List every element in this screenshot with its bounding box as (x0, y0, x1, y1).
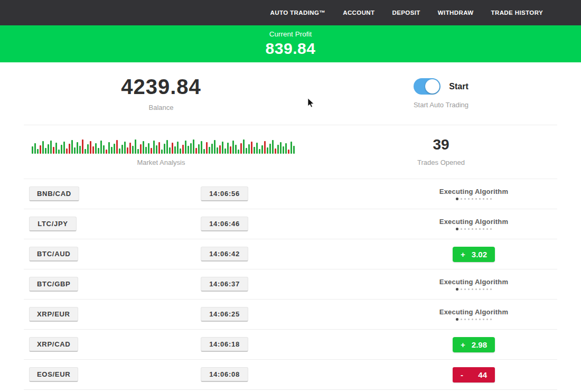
time-cell: 14:06:37 (140, 277, 309, 292)
market-bar (240, 143, 242, 154)
pair-chip[interactable]: EOS/EUR (29, 367, 78, 382)
pair-cell: EOS/EUR (24, 367, 140, 382)
pair-cell: XRP/EUR (24, 307, 140, 322)
nav-item-trade-history[interactable]: TRADE HISTORY (491, 10, 543, 16)
nav-item-withdraw[interactable]: WITHDRAW (438, 10, 474, 16)
market-analysis-block: Market Analysis (24, 125, 298, 179)
market-bar (174, 146, 176, 154)
status-executing: Executing Algorithm (439, 218, 508, 230)
progress-dot (464, 228, 466, 230)
market-bar (116, 140, 118, 154)
market-bar (269, 144, 271, 154)
market-bar (95, 143, 97, 154)
trade-row: BNB/CAD14:06:56Executing Algorithm (24, 179, 557, 209)
time-chip[interactable]: 14:06:18 (201, 337, 248, 352)
pair-chip[interactable]: XRP/CAD (29, 337, 78, 352)
top-nav: AUTO TRADING™ACCOUNTDEPOSITWITHDRAWTRADE… (0, 0, 581, 25)
progress-dot (490, 288, 492, 290)
toggle-sublabel: Start Auto Trading (414, 101, 468, 109)
pair-chip[interactable]: BTC/AUD (29, 247, 78, 262)
time-chip[interactable]: 14:06:08 (201, 367, 248, 382)
market-bar (74, 147, 76, 154)
pair-chip[interactable]: LTC/JPY (29, 217, 77, 231)
market-bar (87, 144, 89, 154)
pair-chip[interactable]: BTC/GBP (29, 277, 78, 292)
profit-banner-value: 839.84 (266, 40, 316, 58)
pair-chip[interactable]: XRP/EUR (29, 307, 78, 322)
market-bar (182, 145, 184, 154)
market-bar (272, 140, 274, 154)
time-chip[interactable]: 14:06:46 (201, 217, 248, 231)
market-bar (227, 143, 229, 154)
market-bar (217, 147, 218, 154)
market-bar (288, 150, 289, 154)
market-bar (211, 144, 213, 154)
time-cell: 14:06:08 (140, 367, 309, 382)
progress-dot (456, 198, 458, 200)
progress-dot (456, 318, 458, 321)
market-bar (111, 147, 113, 154)
time-chip[interactable]: 14:06:25 (201, 307, 248, 322)
time-chip[interactable]: 14:06:42 (201, 247, 248, 262)
result-value: 44 (478, 370, 487, 379)
trade-row: XRP/CAD14:06:18+2.98 (24, 330, 557, 360)
market-bar (153, 141, 155, 154)
result-sign: + (461, 340, 465, 349)
nav-item-deposit[interactable]: DEPOSIT (392, 10, 420, 16)
progress-dot (461, 288, 462, 290)
market-bar (45, 148, 46, 154)
status-cell: Executing Algorithm (309, 188, 557, 200)
market-bar (246, 148, 247, 154)
market-bar (195, 148, 197, 154)
market-bar (55, 143, 57, 154)
balance-label: Balance (149, 104, 174, 111)
status-cell: +2.98 (309, 337, 557, 352)
trades-opened-block: 39 Trades Opened (298, 125, 557, 179)
nav-item-account[interactable]: ACCOUNT (343, 10, 374, 16)
progress-dot (483, 228, 484, 230)
progress-dot (483, 319, 484, 320)
pair-cell: BNB/CAD (24, 186, 140, 201)
market-bar (251, 142, 252, 154)
market-bar (145, 147, 147, 154)
progress-dot (461, 198, 462, 200)
status-cell: -44 (309, 367, 557, 382)
toggle-label: Start (449, 82, 468, 91)
market-bar (127, 147, 128, 154)
market-bar (256, 143, 258, 154)
auto-trading-toggle[interactable] (414, 78, 441, 95)
market-bar (151, 148, 152, 154)
pair-chip[interactable]: BNB/CAD (29, 186, 79, 201)
progress-dot (468, 198, 470, 200)
pair-cell: BTC/GBP (24, 277, 140, 292)
status-executing-label: Executing Algorithm (439, 188, 508, 195)
status-executing-label: Executing Algorithm (439, 218, 508, 226)
progress-dot (479, 228, 481, 230)
market-bar (143, 141, 144, 154)
market-bar (79, 146, 81, 154)
progress-dot (490, 198, 492, 200)
market-bar (161, 150, 163, 154)
market-bar (180, 148, 181, 154)
progress-dot (472, 288, 473, 290)
market-bar (264, 141, 266, 154)
progress-dot (483, 288, 484, 290)
market-bar (77, 142, 78, 154)
result-badge: +2.98 (453, 337, 495, 352)
progress-dot (490, 319, 492, 320)
progress-dot (456, 228, 458, 230)
time-chip[interactable]: 14:06:56 (201, 186, 248, 201)
pair-cell: XRP/CAD (24, 337, 140, 352)
progress-dot (475, 319, 477, 320)
progress-dot (472, 319, 473, 320)
market-bar (164, 144, 165, 154)
market-bar (172, 143, 173, 154)
time-cell: 14:06:56 (140, 186, 309, 201)
progress-dot (461, 228, 462, 230)
market-bar (280, 142, 282, 154)
progress-dot (464, 288, 466, 290)
time-chip[interactable]: 14:06:37 (201, 277, 248, 292)
nav-item-auto-trading[interactable]: AUTO TRADING™ (270, 10, 326, 16)
trade-row: BTC/AUD14:06:42+3.02 (24, 239, 557, 269)
market-bar (132, 146, 134, 154)
